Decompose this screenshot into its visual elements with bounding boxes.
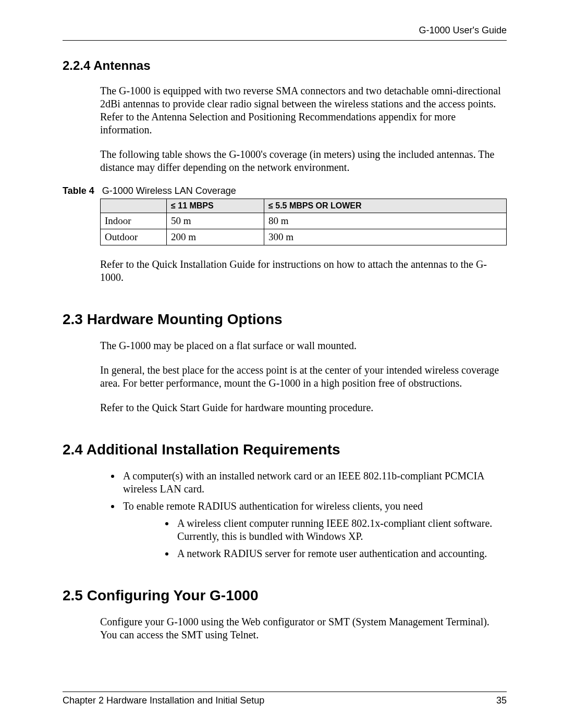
cell: 80 m (264, 213, 507, 229)
cell: 50 m (167, 213, 264, 229)
list-item: A wireless client computer running IEEE … (175, 517, 507, 543)
cell: 300 m (264, 229, 507, 245)
para: Refer to the Quick Installation Guide fo… (100, 258, 507, 284)
cell: 200 m (167, 229, 264, 245)
table-4: ≤ 11 MBPS ≤ 5.5 MBPS OR LOWER Indoor 50 … (100, 199, 507, 245)
section-2-2-4-body: The G-1000 is equipped with two reverse … (100, 84, 507, 174)
requirements-list: A computer(s) with an installed network … (111, 470, 507, 560)
heading-2-5: 2.5 Configuring Your G-1000 (63, 587, 507, 604)
table-label: Table 4 (63, 186, 94, 196)
header-rule (63, 40, 507, 41)
list-text: A wireless client computer running IEEE … (177, 517, 492, 542)
requirements-sublist: A wireless client computer running IEEE … (165, 517, 507, 560)
page: G-1000 User's Guide 2.2.4 Antennas The G… (0, 0, 563, 728)
table-header-row: ≤ 11 MBPS ≤ 5.5 MBPS OR LOWER (101, 199, 507, 213)
list-item: A network RADIUS server for remote user … (175, 547, 507, 560)
list-item: A computer(s) with an installed network … (121, 470, 507, 496)
th-blank (101, 199, 167, 213)
table-title (97, 186, 102, 196)
table-row: Indoor 50 m 80 m (101, 213, 507, 229)
list-text: A network RADIUS server for remote user … (177, 548, 487, 559)
cell: Outdoor (101, 229, 167, 245)
list-text: A computer(s) with an installed network … (123, 470, 484, 495)
th-11mbps: ≤ 11 MBPS (167, 199, 264, 213)
heading-2-3: 2.3 Hardware Mounting Options (63, 311, 507, 328)
list-item: To enable remote RADIUS authentication f… (121, 500, 507, 560)
para: Refer to the Quick Start Guide for hardw… (100, 401, 507, 414)
footer-chapter: Chapter 2 Hardware Installation and Init… (63, 695, 264, 706)
page-footer: Chapter 2 Hardware Installation and Init… (63, 692, 507, 706)
para: The G-1000 may be placed on a flat surfa… (100, 339, 507, 352)
table-title-text: G-1000 Wireless LAN Coverage (102, 186, 236, 196)
para: The following table shows the G-1000's c… (100, 148, 507, 174)
table-row: Outdoor 200 m 300 m (101, 229, 507, 245)
footer-page-number: 35 (496, 695, 507, 706)
heading-2-2-4: 2.2.4 Antennas (63, 58, 507, 73)
section-2-2-4-tail: Refer to the Quick Installation Guide fo… (100, 258, 507, 284)
heading-2-4: 2.4 Additional Installation Requirements (63, 441, 507, 458)
para: The G-1000 is equipped with two reverse … (100, 84, 507, 137)
table-4-caption: Table 4 G-1000 Wireless LAN Coverage (63, 186, 507, 196)
para: Configure your G-1000 using the Web conf… (100, 615, 507, 641)
para: In general, the best place for the acces… (100, 364, 507, 390)
footer-rule (63, 692, 507, 692)
section-2-5-body: Configure your G-1000 using the Web conf… (100, 615, 507, 641)
cell: Indoor (101, 213, 167, 229)
list-text: To enable remote RADIUS authentication f… (123, 500, 423, 512)
section-2-3-body: The G-1000 may be placed on a flat surfa… (100, 339, 507, 414)
running-header: G-1000 User's Guide (63, 25, 507, 36)
th-5-5mbps: ≤ 5.5 MBPS OR LOWER (264, 199, 507, 213)
